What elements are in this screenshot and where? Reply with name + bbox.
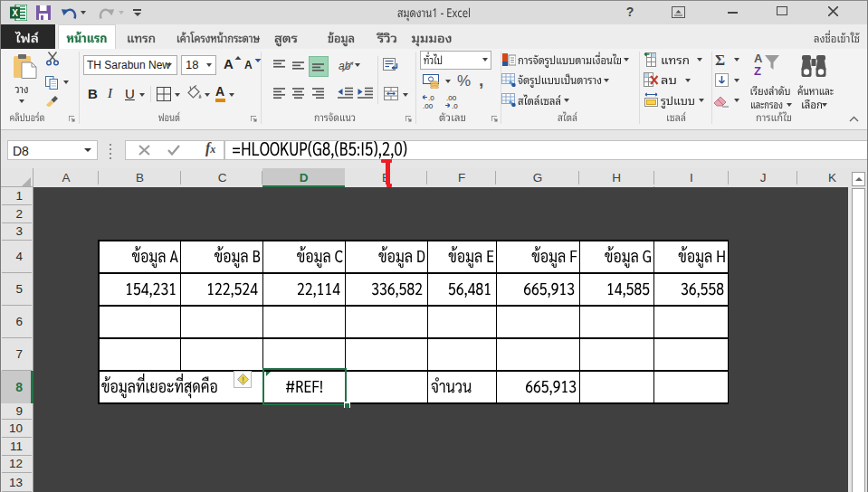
svg-text:X: X xyxy=(12,8,18,18)
svg-text:Σ: Σ xyxy=(715,52,725,67)
svg-text:.0: .0 xyxy=(452,102,458,109)
svg-text:Z: Z xyxy=(754,64,761,78)
svg-text:.0: .0 xyxy=(428,94,434,102)
svg-text:.00: .00 xyxy=(423,102,434,109)
svg-text:A: A xyxy=(754,52,763,65)
svg-text:.00: .00 xyxy=(446,94,457,102)
